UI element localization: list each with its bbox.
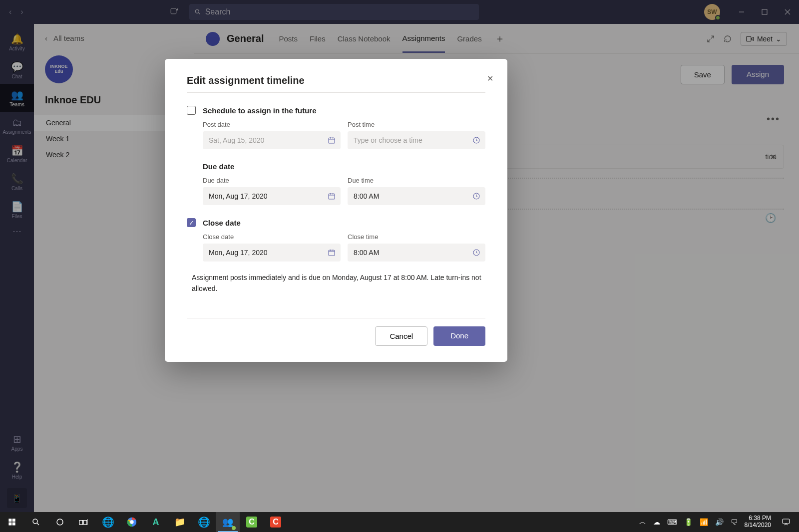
edit-timeline-modal: Edit assignment timeline ✕ Schedule to a… xyxy=(165,59,507,362)
done-button[interactable]: Done xyxy=(433,326,485,346)
task-view-icon[interactable] xyxy=(72,512,96,532)
svg-rect-12 xyxy=(8,523,11,526)
compose-icon[interactable] xyxy=(168,6,180,18)
svg-rect-13 xyxy=(12,523,15,526)
rail-help[interactable]: ❔ Help xyxy=(0,456,34,484)
rail-apps[interactable]: ⊞ Apps xyxy=(0,428,34,456)
tray-volume-icon[interactable]: 🔊 xyxy=(715,518,724,526)
tray-clock[interactable]: 6:38 PM 8/14/2020 xyxy=(745,515,771,529)
reload-icon[interactable] xyxy=(724,35,732,43)
due-section-title: Due date xyxy=(203,162,485,171)
rail-files[interactable]: 📄 Files xyxy=(0,196,34,224)
modal-close-icon[interactable]: ✕ xyxy=(487,74,493,83)
taskbar-chrome[interactable] xyxy=(120,512,144,532)
close-date-input[interactable]: Mon, Aug 17, 2020 xyxy=(203,244,341,262)
tray-wifi-icon[interactable]: 📶 xyxy=(700,518,708,526)
rail-assignments[interactable]: 🗂 Assignments xyxy=(0,112,34,140)
team-avatar[interactable]: INKNOE Edu xyxy=(45,55,73,83)
apps-icon: ⊞ xyxy=(13,433,21,445)
taskbar-explorer[interactable]: 📁 xyxy=(168,512,192,532)
add-tab-icon[interactable]: ＋ xyxy=(495,32,505,45)
svg-rect-6 xyxy=(329,194,335,199)
clock-icon xyxy=(472,249,480,257)
chevron-down-icon: ⌄ xyxy=(776,35,782,43)
window-minimize-icon[interactable] xyxy=(730,0,753,24)
file-icon: 📄 xyxy=(11,201,23,213)
svg-point-15 xyxy=(57,519,63,525)
calendar-icon xyxy=(328,192,336,200)
taskbar-edge2[interactable]: 🌐 xyxy=(192,512,216,532)
schedule-checkbox[interactable] xyxy=(187,106,196,115)
taskbar-edge[interactable]: 🌐 xyxy=(96,512,120,532)
tray-chevron-icon[interactable]: ︿ xyxy=(639,518,646,527)
window-maximize-icon[interactable] xyxy=(753,0,776,24)
tab-assignments[interactable]: Assignments xyxy=(402,25,445,53)
video-icon xyxy=(746,36,754,42)
taskbar-snagit[interactable]: C xyxy=(264,512,288,532)
tray-battery-icon[interactable]: 🔋 xyxy=(684,518,693,526)
close-time-input[interactable]: 8:00 AM xyxy=(348,244,485,262)
presence-available-icon xyxy=(715,15,721,20)
schedule-label: Schedule to assign in the future xyxy=(203,106,317,115)
rail-teams[interactable]: 👥 Teams xyxy=(0,84,34,112)
assignments-icon: 🗂 xyxy=(12,117,22,128)
clock-icon xyxy=(472,136,480,144)
history-icon[interactable]: 🕑 xyxy=(765,213,776,224)
rail-device-icon[interactable]: 📱 xyxy=(7,488,27,508)
close-time-field-label: Close time xyxy=(348,233,485,241)
rail-more-icon[interactable]: ⋯ xyxy=(12,226,21,237)
calendar-icon: 📅 xyxy=(11,145,23,157)
tray-onedrive-icon[interactable]: ☁ xyxy=(653,518,660,526)
svg-point-19 xyxy=(130,520,133,524)
expand-icon[interactable] xyxy=(707,35,715,43)
tab-posts[interactable]: Posts xyxy=(279,25,298,52)
rail-calls[interactable]: 📞 Calls xyxy=(0,168,34,196)
search-placeholder: Search xyxy=(205,7,231,16)
tab-class-notebook[interactable]: Class Notebook xyxy=(338,25,391,52)
due-date-input[interactable]: Mon, Aug 17, 2020 xyxy=(203,187,341,205)
cortana-icon[interactable] xyxy=(48,512,72,532)
row-close-icon[interactable]: ✕ xyxy=(770,152,777,162)
cancel-button[interactable]: Cancel xyxy=(375,326,427,346)
modal-divider xyxy=(187,318,485,318)
rail-activity[interactable]: 🔔 Activity xyxy=(0,28,34,56)
taskbar-camtasia[interactable]: C xyxy=(240,512,264,532)
save-button[interactable]: Save xyxy=(681,65,725,84)
more-options-icon[interactable]: ••• xyxy=(767,113,780,125)
action-center-icon[interactable] xyxy=(778,512,794,532)
due-time-label: Due time xyxy=(348,177,485,184)
close-date-label: Close date xyxy=(203,219,241,227)
search-icon xyxy=(194,8,201,15)
nav-back-icon[interactable]: ‹ xyxy=(9,7,11,16)
taskbar-teams[interactable]: 👥 xyxy=(216,512,240,532)
tab-grades[interactable]: Grades xyxy=(457,25,481,52)
search-input[interactable]: Search xyxy=(189,4,479,20)
timeline-summary: Assignment posts immediately and is due … xyxy=(192,272,485,294)
svg-rect-11 xyxy=(12,519,15,522)
search-taskbar-icon[interactable] xyxy=(24,512,48,532)
post-date-label: Post date xyxy=(203,121,341,128)
post-time-input[interactable]: Type or choose a time xyxy=(348,131,485,149)
chat-icon: 💬 xyxy=(11,61,23,73)
bell-icon: 🔔 xyxy=(11,33,23,45)
windows-taskbar: 🌐 A 📁 🌐 👥 C C ︿ ☁ ⌨ 🔋 📶 🔊 🗨 6:38 PM 8/14… xyxy=(0,512,799,532)
window-close-icon[interactable] xyxy=(776,0,799,24)
rail-calendar[interactable]: 📅 Calendar xyxy=(0,140,34,168)
svg-rect-10 xyxy=(8,519,11,522)
tray-feedback-icon[interactable]: 🗨 xyxy=(731,518,738,526)
taskbar-app-a[interactable]: A xyxy=(144,512,168,532)
meet-button[interactable]: Meet ⌄ xyxy=(741,32,787,46)
due-time-input[interactable]: 8:00 AM xyxy=(348,187,485,205)
assign-button[interactable]: Assign xyxy=(732,65,784,84)
close-date-checkbox[interactable]: ✓ xyxy=(187,218,196,227)
due-date-label: Due date xyxy=(203,177,341,184)
nav-forward-icon[interactable]: › xyxy=(20,7,23,16)
user-avatar[interactable]: SW xyxy=(704,4,720,20)
rail-chat[interactable]: 💬 Chat xyxy=(0,56,34,84)
post-date-input[interactable]: Sat, Aug 15, 2020 xyxy=(203,131,341,149)
back-all-teams[interactable]: ‹ All teams xyxy=(34,34,194,42)
calendar-icon xyxy=(328,249,336,257)
tray-input-icon[interactable]: ⌨ xyxy=(667,518,677,526)
tab-files[interactable]: Files xyxy=(310,25,326,52)
start-button[interactable] xyxy=(0,512,24,532)
